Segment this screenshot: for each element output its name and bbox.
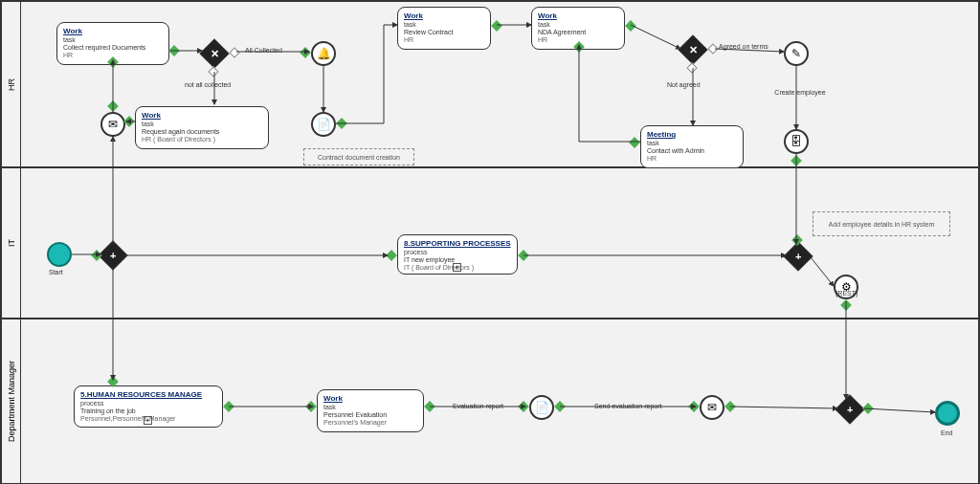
label-not-agreed: Not agreed [667,81,701,88]
lane-dept-header: Department Manager [2,319,21,484]
bell-icon: 🔔 [317,47,331,60]
start-event[interactable] [47,242,72,267]
label-send-eval: Send evaluation report [594,403,661,409]
subprocess-marker-icon: + [453,263,461,272]
doc-icon: 📄 [317,118,331,131]
end-event[interactable] [935,401,960,426]
task-supporting[interactable]: 8.SUPPORTING PROCESSES process IT new em… [397,234,518,275]
label-rest: (REST) [835,290,858,297]
annotation-addemp: Add employee details in HR system [813,211,950,236]
lane-hr-header: HR [2,2,21,166]
task-meeting[interactable]: Meeting task Contact with Admin HR [640,125,744,168]
script-event[interactable]: ✎ [784,41,809,66]
end-label: End [941,429,952,436]
start-label: Start [49,269,63,275]
lane-dept-label: Department Manager [7,361,16,442]
label-agreed: Agreed on terms [719,43,768,50]
doc-event[interactable]: 📄 [311,112,336,137]
task-eval[interactable]: Work task Personnel Evaluation Personnel… [317,389,424,432]
task-review[interactable]: Work task Review Contract HR [397,7,491,50]
envelope-icon: ✉ [707,401,717,414]
label-eval-report: Evaluation report [453,403,503,409]
doc-eval-event[interactable]: 📄 [529,395,554,420]
subprocess-marker-icon: + [144,416,152,425]
lane-it-label: IT [7,239,16,247]
task-hrm[interactable]: 5.HUMAN RESOURCES MANAGE process Trainin… [74,385,223,428]
lane-it-header: IT [2,168,21,318]
label-not-all: not all collected [185,81,231,88]
db-icon: 🗄 [791,135,802,148]
pen-icon: ✎ [791,47,801,60]
lane-hr-label: HR [7,78,16,91]
task-request[interactable]: Work task Request again documents HR ( B… [135,106,269,149]
label-all-collected: All Collected [245,47,282,54]
db-event[interactable]: 🗄 [784,129,809,154]
envelope-icon: ✉ [108,118,118,131]
annotation-contract: Contract document creation [303,148,414,165]
send-eval-event[interactable]: ✉ [700,395,724,420]
doc-icon: 📄 [535,401,549,414]
bell-event[interactable]: 🔔 [311,41,336,66]
mail-event[interactable]: ✉ [100,112,125,137]
label-create-emp: Create employee [767,89,834,96]
